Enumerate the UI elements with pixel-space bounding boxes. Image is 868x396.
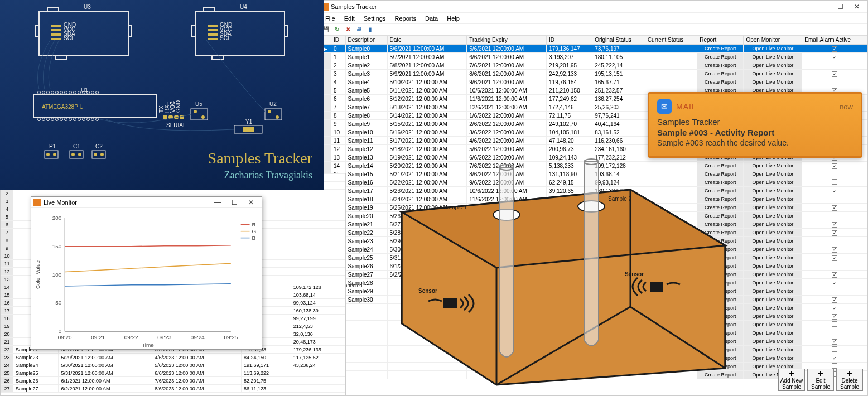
alarm-checkbox[interactable] [832, 238, 837, 243]
col-header[interactable]: Open Monitor [744, 36, 802, 45]
open-monitor-button[interactable]: Open Live Monitor [744, 204, 802, 212]
alarm-checkbox[interactable] [832, 171, 837, 176]
open-monitor-button[interactable]: Open Live Monitor [744, 212, 802, 220]
open-monitor-button[interactable]: Open Live Monitor [744, 262, 802, 271]
menu-edit[interactable]: Edit [340, 15, 359, 22]
open-monitor-button[interactable]: Open Live Monitor [744, 187, 802, 195]
mail-notification[interactable]: ✉ MAIL now Samples Tracker Sample #003 -… [648, 92, 862, 158]
create-report-button[interactable]: Create Report [697, 78, 744, 86]
col-header[interactable]: Tracking Expiry [467, 36, 547, 45]
alarm-checkbox[interactable] [832, 321, 837, 327]
table-row[interactable]: 23Sample235/29/2021 12:00:00 AM4/6/2023 … [1, 354, 345, 361]
open-monitor-button[interactable]: Open Live Monitor [744, 245, 802, 254]
open-monitor-button[interactable]: Open Live Monitor [744, 346, 802, 354]
create-report-button[interactable]: Create Report [697, 61, 744, 70]
delete-icon[interactable]: ✖ [343, 25, 353, 34]
alarm-checkbox[interactable] [832, 196, 837, 201]
table-row[interactable]: 2Sample25/8/2021 12:00:00 AM7/6/2021 12:… [319, 61, 867, 70]
minimize-button[interactable]: — [815, 3, 832, 11]
open-monitor-button[interactable]: Open Live Monitor [744, 53, 802, 61]
open-monitor-button[interactable]: Open Live Monitor [744, 162, 802, 170]
alarm-checkbox[interactable] [832, 79, 837, 84]
alarm-checkbox[interactable]: ✓ [832, 205, 837, 211]
menu-reports[interactable]: Reports [390, 15, 421, 22]
col-header[interactable]: ID [331, 36, 346, 45]
create-report-button[interactable]: Create Report [697, 45, 744, 53]
table-row[interactable]: 26Sample266/1/2021 12:00:00 AM7/6/2023 1… [1, 377, 345, 385]
col-header[interactable]: ID [547, 36, 592, 45]
open-monitor-button[interactable]: Open Live Monitor [744, 220, 802, 229]
alarm-checkbox[interactable]: ✓ [832, 339, 837, 345]
table-row[interactable]: 25Sample255/31/2021 12:00:00 AM6/6/2023 … [1, 369, 345, 377]
open-monitor-button[interactable]: Open Live Monitor [744, 70, 802, 78]
alarm-checkbox[interactable] [832, 62, 837, 67]
open-monitor-button[interactable]: Open Live Monitor [744, 254, 802, 262]
open-monitor-button[interactable]: Open Live Monitor [744, 237, 802, 245]
open-monitor-button[interactable]: Open Live Monitor [744, 195, 802, 204]
open-monitor-button[interactable]: Open Live Monitor [744, 287, 802, 296]
alarm-checkbox[interactable]: ✓ [832, 189, 837, 194]
add-sample-button[interactable]: +Add New Sample [778, 369, 805, 391]
table-row[interactable]: ▶0Sample05/6/2021 12:00:00 AM5/6/2021 12… [319, 45, 867, 53]
alarm-checkbox[interactable]: ✓ [832, 272, 837, 278]
open-monitor-button[interactable]: Open Live Monitor [744, 61, 802, 70]
col-header[interactable]: Report [697, 36, 744, 45]
alarm-checkbox[interactable]: ✓ [832, 356, 837, 361]
alarm-checkbox[interactable] [832, 330, 837, 335]
open-monitor-button[interactable]: Open Live Monitor [744, 178, 802, 187]
alarm-checkbox[interactable] [832, 288, 837, 293]
alarm-checkbox[interactable]: ✓ [832, 281, 837, 286]
lm-minimize[interactable]: — [209, 199, 226, 206]
col-header[interactable]: Date [387, 36, 467, 45]
open-monitor-button[interactable]: Open Live Monitor [744, 304, 802, 312]
open-monitor-button[interactable]: Open Live Monitor [744, 321, 802, 329]
table-row[interactable]: 3Sample35/9/2021 12:00:00 AM8/6/2021 12:… [319, 70, 867, 78]
edit-sample-button[interactable]: +Edit Sample [807, 369, 834, 391]
alarm-checkbox[interactable] [832, 179, 837, 185]
open-monitor-button[interactable]: Open Live Monitor [744, 312, 802, 321]
refresh-icon[interactable]: ↻ [332, 25, 342, 34]
col-header[interactable]: Original Status [592, 36, 645, 45]
alarm-checkbox[interactable] [832, 346, 837, 352]
col-header[interactable]: Current Status [645, 36, 697, 45]
maximize-button[interactable]: ☐ [832, 3, 848, 11]
alarm-checkbox[interactable]: ✓ [832, 71, 837, 77]
alarm-checkbox[interactable]: ✓ [832, 163, 837, 169]
menu-file[interactable]: File [321, 15, 340, 22]
delete-sample-button[interactable]: +Delete Sample [836, 369, 863, 391]
open-monitor-button[interactable]: Open Live Monitor [744, 78, 802, 86]
open-monitor-button[interactable]: Open Live Monitor [744, 354, 802, 363]
menu-settings[interactable]: Settings [359, 15, 390, 22]
table-row[interactable]: 1Sample15/7/2021 12:00:00 AM6/6/2021 12:… [319, 53, 867, 61]
create-report-button[interactable]: Create Report [697, 70, 744, 78]
table-row[interactable]: 27Sample276/2/2021 12:00:00 AM8/6/2023 1… [1, 385, 345, 393]
alarm-checkbox[interactable]: ✓ [832, 306, 837, 311]
menu-help[interactable]: Help [442, 15, 464, 22]
col-header[interactable]: Email Alarm Active [802, 36, 867, 45]
alarm-checkbox[interactable]: ✓ [832, 314, 837, 320]
open-monitor-button[interactable]: Open Live Monitor [744, 229, 802, 237]
lm-maximize[interactable]: ☐ [226, 199, 243, 206]
alarm-checkbox[interactable]: ✓ [832, 46, 837, 52]
menu-data[interactable]: Data [421, 15, 442, 22]
alarm-checkbox[interactable]: ✓ [832, 55, 837, 60]
alarm-checkbox[interactable]: ✓ [832, 297, 837, 303]
lm-close[interactable]: ✕ [243, 199, 259, 206]
chart-icon[interactable]: ▮ [365, 25, 375, 34]
open-monitor-button[interactable]: Open Live Monitor [744, 279, 802, 287]
create-report-button[interactable]: Create Report [697, 53, 744, 61]
open-monitor-button[interactable]: Open Live Monitor [744, 337, 802, 346]
open-monitor-button[interactable]: Open Live Monitor [744, 329, 802, 337]
table-row[interactable]: 24Sample245/30/2021 12:00:00 AM5/6/2023 … [1, 361, 345, 369]
alarm-checkbox[interactable]: ✓ [832, 222, 837, 228]
alarm-checkbox[interactable] [832, 213, 837, 218]
close-button[interactable]: ✕ [848, 3, 865, 11]
alarm-checkbox[interactable] [832, 363, 837, 369]
table-row[interactable]: 4Sample45/10/2021 12:00:00 AM9/6/2021 12… [319, 78, 867, 86]
open-monitor-button[interactable]: Open Live Monitor [744, 296, 802, 304]
alarm-checkbox[interactable]: ✓ [832, 255, 837, 261]
print-icon[interactable]: 🖶 [354, 25, 364, 34]
open-monitor-button[interactable]: Open Live Monitor [744, 271, 802, 279]
open-monitor-button[interactable]: Open Live Monitor [744, 45, 802, 53]
alarm-checkbox[interactable]: ✓ [832, 247, 837, 253]
